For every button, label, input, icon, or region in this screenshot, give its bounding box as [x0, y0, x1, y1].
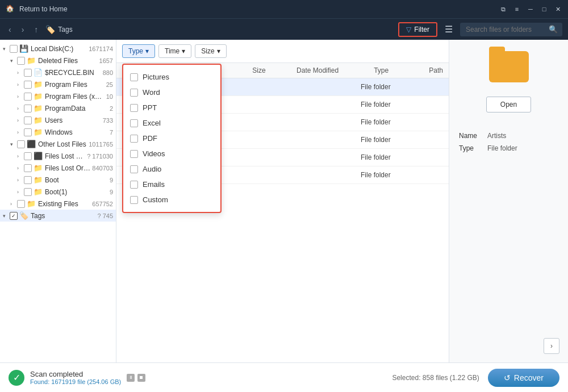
item-count: 840703: [92, 165, 113, 172]
dd-checkbox[interactable]: [130, 104, 138, 112]
expand-icon: ›: [17, 153, 24, 159]
dropdown-item-pictures[interactable]: Pictures: [123, 69, 220, 85]
dd-checkbox[interactable]: [130, 135, 138, 143]
folder-icon: 📁: [27, 199, 36, 208]
checkbox[interactable]: [10, 45, 18, 53]
main-content: ▾ 💾 Local Disk(C:) 1671174 ▾ 📁 Deleted F…: [0, 40, 568, 362]
sidebar-item-label: $RECYCLE.BIN: [45, 69, 101, 77]
col-header-size: Size: [252, 66, 296, 74]
home-icon[interactable]: 🏠: [6, 5, 15, 14]
dropdown-item-label: Pictures: [143, 73, 169, 81]
sidebar-item-windows[interactable]: › 📁 Windows 7: [0, 126, 116, 138]
item-count: 733: [103, 117, 113, 124]
sidebar-item-programdata[interactable]: › 📁 ProgramData 2: [0, 102, 116, 114]
back-button[interactable]: ‹: [6, 24, 14, 35]
help-icon[interactable]: ?: [98, 212, 101, 219]
stop-button[interactable]: ⏹: [137, 374, 145, 382]
close-icon[interactable]: ✕: [553, 5, 562, 14]
sidebar-item-existing-files[interactable]: › 📁 Existing Files 657752: [0, 198, 116, 210]
up-button[interactable]: ↑: [31, 24, 41, 35]
checkbox[interactable]: [17, 57, 25, 65]
meta-row-name: Name Artists: [458, 130, 559, 142]
folder-preview: [489, 51, 529, 85]
scan-detail: Found: 1671919 file (254.06 GB): [30, 378, 121, 385]
item-count: 10: [106, 93, 113, 100]
checkbox[interactable]: [24, 105, 32, 112]
meta-table: Name Artists Type File folder: [458, 130, 559, 155]
menu-icon[interactable]: ≡: [512, 5, 521, 14]
sidebar-item-boot[interactable]: › 📁 Boot 9: [0, 174, 116, 186]
recover-button[interactable]: ↺ Recover: [488, 369, 559, 387]
checkbox[interactable]: [24, 152, 32, 160]
menu-button[interactable]: ☰: [442, 23, 456, 36]
checkbox[interactable]: [24, 164, 32, 172]
checkbox[interactable]: [24, 81, 32, 89]
meta-section: Name Artists Type File folder: [458, 130, 559, 354]
checkbox[interactable]: [17, 200, 25, 208]
pause-button[interactable]: ⏸: [127, 374, 135, 382]
filter-button[interactable]: ▽ Filter: [398, 22, 437, 37]
checkbox[interactable]: [24, 69, 32, 77]
checkbox[interactable]: [24, 128, 32, 136]
expand-icon: ›: [17, 177, 24, 183]
sidebar-item-program-files[interactable]: › 📁 Program Files 25: [0, 78, 116, 90]
sidebar-item-recycle[interactable]: › 📄 $RECYCLE.BIN 880: [0, 66, 116, 78]
dropdown-item-excel[interactable]: Excel: [123, 115, 220, 131]
sidebar-item-local-disk[interactable]: ▾ 💾 Local Disk(C:) 1671174: [0, 43, 116, 55]
type-filter-button[interactable]: Type ▾: [122, 44, 155, 58]
checkbox[interactable]: [17, 140, 25, 148]
open-button[interactable]: Open: [486, 97, 531, 112]
sidebar-item-boot1[interactable]: › 📁 Boot(1) 9: [0, 186, 116, 198]
recover-icon: ↺: [504, 373, 511, 382]
search-input[interactable]: [460, 23, 562, 36]
dd-checkbox[interactable]: [130, 150, 138, 158]
sidebar-item-users[interactable]: › 📁 Users 733: [0, 114, 116, 126]
item-count: 9: [110, 177, 113, 184]
dd-checkbox[interactable]: [130, 196, 138, 204]
maximize-icon[interactable]: □: [540, 5, 549, 14]
dd-checkbox[interactable]: [130, 73, 138, 81]
size-filter-button[interactable]: Size ▾: [195, 44, 226, 58]
filter-bar: Type ▾ Time ▾ Size ▾ Pictures Word: [116, 40, 449, 63]
sidebar-item-files-lost-orig2[interactable]: › 📁 Files Lost Original ... 840703: [0, 162, 116, 174]
sidebar-item-program-files-x86[interactable]: › 📁 Program Files (x86) 10: [0, 90, 116, 102]
expand-icon: ›: [17, 94, 24, 99]
checkbox[interactable]: [24, 188, 32, 196]
sidebar-item-files-lost-orig[interactable]: › ⬛ Files Lost Origi... ? 171030: [0, 150, 116, 162]
dropdown-item-word[interactable]: Word: [123, 85, 220, 100]
item-count: 1657: [99, 57, 113, 64]
sidebar-item-deleted-files[interactable]: ▾ 📁 Deleted Files 1657: [0, 55, 116, 66]
sidebar-item-label: Other Lost Files: [38, 140, 87, 148]
time-filter-button[interactable]: Time ▾: [158, 44, 191, 58]
checkbox[interactable]: [10, 212, 18, 220]
restore-icon[interactable]: ⧉: [499, 5, 508, 14]
dropdown-item-label: Excel: [143, 119, 161, 127]
folder-icon: 📁: [34, 92, 43, 101]
expand-icon: ›: [17, 70, 24, 76]
sidebar-item-label: Users: [45, 116, 101, 124]
minimize-icon[interactable]: ─: [526, 5, 535, 14]
window-controls: ⧉ ≡ ─ □ ✕: [499, 5, 562, 14]
breadcrumb: 🏷️ Tags: [45, 25, 72, 34]
dd-checkbox[interactable]: [130, 181, 138, 189]
checkbox[interactable]: [24, 116, 32, 124]
dd-checkbox[interactable]: [130, 119, 138, 127]
dropdown-item-custom[interactable]: Custom: [123, 192, 220, 207]
checkbox[interactable]: [24, 93, 32, 101]
help-icon[interactable]: ?: [87, 153, 90, 160]
dropdown-item-audio[interactable]: Audio: [123, 161, 220, 177]
forward-button[interactable]: ›: [19, 24, 27, 35]
dd-checkbox[interactable]: [130, 165, 138, 173]
sidebar-item-tags[interactable]: ▾ 🏷️ Tags ? 745: [0, 210, 116, 222]
dropdown-item-emails[interactable]: Emails: [123, 177, 220, 192]
sidebar-item-other-lost[interactable]: ▾ ⬛ Other Lost Files 1011765: [0, 138, 116, 150]
dropdown-item-pdf[interactable]: PDF: [123, 131, 220, 146]
sidebar-item-label: Files Lost Original ...: [45, 164, 90, 172]
bottom-bar: ✓ Scan completed Found: 1671919 file (25…: [0, 362, 568, 392]
scroll-right-button[interactable]: ›: [544, 338, 559, 354]
dropdown-item-videos[interactable]: Videos: [123, 146, 220, 161]
dd-checkbox[interactable]: [130, 89, 138, 97]
checkbox[interactable]: [24, 176, 32, 184]
right-panel: Open Name Artists Type File folder ›: [449, 40, 568, 362]
dropdown-item-ppt[interactable]: PPT: [123, 100, 220, 115]
